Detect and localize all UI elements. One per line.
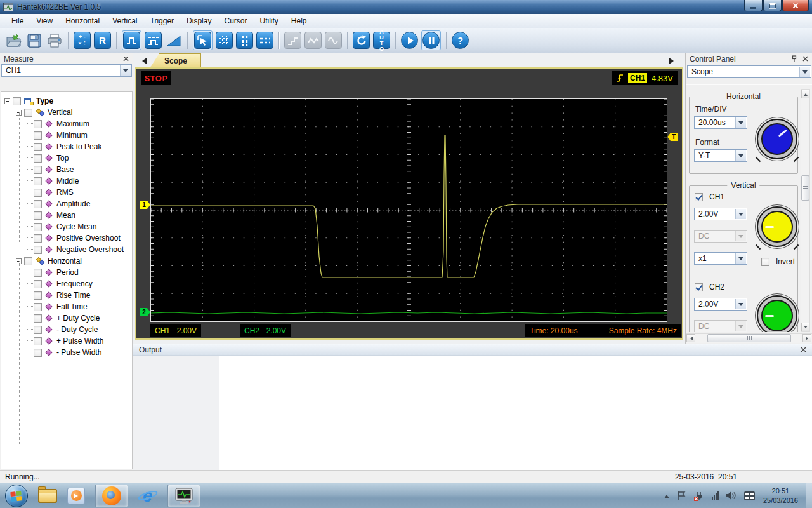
menu-item-file[interactable]: File <box>5 15 30 27</box>
tree-leaf-rise-time[interactable]: Rise Time <box>1 290 132 301</box>
taskbar-firefox-button[interactable] <box>95 485 128 507</box>
ch1-position-knob[interactable] <box>757 206 797 247</box>
taskbar-media-player-button[interactable] <box>67 485 85 507</box>
measure-checkbox[interactable] <box>34 314 42 323</box>
positive-pulse-button[interactable] <box>123 32 140 49</box>
scroll-right-icon[interactable] <box>802 334 811 342</box>
scroll-left-icon[interactable] <box>686 334 695 342</box>
timediv-select[interactable]: 20.00us <box>694 116 747 129</box>
tree-leaf-frequency[interactable]: Frequency <box>1 278 132 290</box>
tree-leaf-pulse-width[interactable]: - Pulse Width <box>1 347 132 358</box>
measure-checkbox[interactable] <box>24 109 32 117</box>
measure-checkbox[interactable] <box>34 143 42 151</box>
tree-root-type[interactable]: Type <box>1 95 132 107</box>
ch2-position-marker[interactable]: 2 <box>140 308 150 316</box>
measure-checkbox[interactable] <box>34 154 42 163</box>
tree-leaf-peak-to-peak[interactable]: Peak to Peak <box>1 141 132 152</box>
measure-checkbox[interactable] <box>34 269 42 277</box>
tree-leaf-negative-overshoot[interactable]: Negative Overshoot <box>1 244 132 255</box>
measure-checkbox[interactable] <box>34 177 42 185</box>
measure-checkbox[interactable] <box>34 337 42 345</box>
horizontal-scroll-thumb[interactable] <box>707 334 791 342</box>
output-close-icon[interactable] <box>801 347 806 352</box>
measure-checkbox[interactable] <box>13 97 21 105</box>
vertical-scroll-thumb[interactable] <box>801 175 809 201</box>
negative-pulse-button[interactable] <box>145 32 162 49</box>
tree-leaf-period[interactable]: Period <box>1 267 132 278</box>
tree-leaf-top[interactable]: Top <box>1 152 132 164</box>
measure-channel-select[interactable]: CH1 <box>1 64 132 77</box>
tree-leaf-fall-time[interactable]: Fall Time <box>1 301 132 312</box>
volume-icon[interactable] <box>726 491 737 500</box>
ch2-enable-checkbox[interactable] <box>695 283 703 291</box>
action-flag-icon[interactable] <box>676 491 686 500</box>
ch2-scale-select[interactable]: 2.00V <box>694 298 747 311</box>
menu-item-display[interactable]: Display <box>180 15 218 27</box>
measure-checkbox[interactable] <box>34 200 42 208</box>
control-panel-horizontal-scrollbar[interactable] <box>686 333 812 343</box>
menu-item-help[interactable]: Help <box>285 15 313 27</box>
measure-checkbox[interactable] <box>34 349 42 357</box>
pin-icon[interactable] <box>791 55 797 62</box>
scroll-down-icon[interactable] <box>801 323 809 331</box>
tree-leaf-base[interactable]: Base <box>1 164 132 175</box>
tree-leaf-maximum[interactable]: Maximum <box>1 118 132 130</box>
measure-checkbox[interactable] <box>34 223 42 231</box>
ch1-enable-row[interactable]: CH1 <box>695 192 724 201</box>
horizontal-cursors-button[interactable] <box>256 32 273 49</box>
close-button[interactable] <box>782 0 809 11</box>
ch1-enable-checkbox[interactable] <box>695 193 703 201</box>
tree-group-horizontal[interactable]: Horizontal <box>1 255 132 267</box>
measure-checkbox[interactable] <box>34 291 42 300</box>
pause-button[interactable] <box>422 32 440 49</box>
control-panel-vertical-scrollbar[interactable] <box>801 89 810 332</box>
tree-leaf-minimum[interactable]: Minimum <box>1 130 132 141</box>
tree-group-vertical[interactable]: Vertical <box>1 107 132 118</box>
math-button[interactable]: + - × ÷ <box>74 32 91 49</box>
ch1-invert-row[interactable]: Invert <box>761 257 795 266</box>
tree-leaf-amplitude[interactable]: Amplitude <box>1 198 132 210</box>
measure-checkbox[interactable] <box>34 211 42 220</box>
ch1-invert-checkbox[interactable] <box>761 258 769 266</box>
taskbar-explorer-button[interactable] <box>38 485 57 507</box>
control-panel-close-icon[interactable] <box>802 56 808 62</box>
network-signal-icon[interactable] <box>712 491 719 500</box>
measure-checkbox[interactable] <box>34 246 42 254</box>
measure-checkbox[interactable] <box>34 120 42 128</box>
tree-leaf-positive-overshoot[interactable]: Positive Overshoot <box>1 232 132 244</box>
taskbar-ie-button[interactable]: e <box>138 485 157 507</box>
open-button[interactable] <box>5 32 22 49</box>
tray-expand-icon[interactable] <box>664 492 669 498</box>
scroll-up-icon[interactable] <box>801 90 809 98</box>
save-button[interactable] <box>25 32 43 49</box>
menu-item-vertical[interactable]: Vertical <box>106 15 143 27</box>
control-mode-select[interactable]: Scope <box>687 65 811 78</box>
taskbar-clock[interactable]: 20:51 25/03/2016 <box>762 486 803 505</box>
horizontal-position-knob[interactable] <box>757 119 797 159</box>
measure-checkbox[interactable] <box>34 303 42 311</box>
menu-item-view[interactable]: View <box>30 15 59 27</box>
format-select[interactable]: Y-T <box>694 149 747 162</box>
tree-leaf-duty-cycle[interactable]: - Duty Cycle <box>1 324 132 335</box>
reference-button[interactable]: R <box>94 32 111 49</box>
menu-item-horizontal[interactable]: Horizontal <box>59 15 106 27</box>
measure-checkbox[interactable] <box>34 131 42 140</box>
minimize-button[interactable] <box>744 0 763 11</box>
tree-leaf-rms[interactable]: RMS <box>1 187 132 198</box>
menu-item-trigger[interactable]: Trigger <box>144 15 181 27</box>
menu-item-utility[interactable]: Utility <box>253 15 284 27</box>
ch2-enable-row[interactable]: CH2 <box>695 283 724 291</box>
ch2-position-knob[interactable] <box>757 295 797 332</box>
tree-leaf-pulse-width[interactable]: + Pulse Width <box>1 335 132 347</box>
vertical-cursors-button[interactable] <box>236 32 253 49</box>
measure-checkbox[interactable] <box>34 326 42 334</box>
maximize-button[interactable] <box>763 0 782 11</box>
measure-checkbox[interactable] <box>34 280 42 288</box>
start-button[interactable] <box>5 485 28 507</box>
cursor-button[interactable] <box>194 32 211 49</box>
tree-leaf-duty-cycle[interactable]: + Duty Cycle <box>1 312 132 324</box>
help-button[interactable]: ? <box>452 32 469 49</box>
tab-scroll-left-icon[interactable] <box>139 58 147 64</box>
start-button[interactable] <box>401 32 418 49</box>
device-eject-icon[interactable] <box>693 491 705 501</box>
